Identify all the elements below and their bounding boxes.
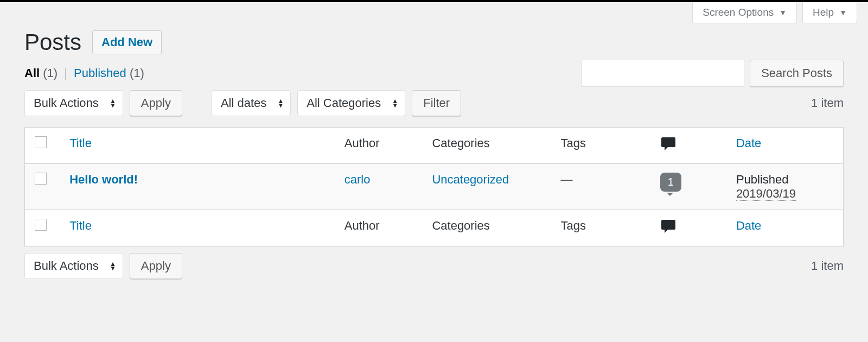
column-author: Author (344, 136, 380, 150)
help-label: Help (813, 7, 834, 18)
items-count: 1 item (811, 96, 844, 110)
column-categories: Categories (432, 136, 489, 150)
date-filter-label: All dates (221, 96, 266, 110)
posts-table: Title Author Categories Tags Date Hello … (24, 127, 844, 246)
select-arrows-icon: ▲▼ (392, 99, 398, 107)
column-tags-footer: Tags (561, 219, 586, 232)
filter-divider: | (64, 66, 67, 80)
caret-down-icon: ▼ (839, 8, 847, 17)
post-author-link[interactable]: carlo (344, 173, 371, 186)
table-row: Hello world! carlo Uncategorized — 1 Pub… (25, 164, 844, 210)
post-category-link[interactable]: Uncategorized (432, 173, 509, 186)
screen-options-label: Screen Options (703, 7, 774, 18)
post-title-link[interactable]: Hello world! (69, 173, 138, 186)
category-filter-label: All Categories (307, 96, 381, 110)
caret-down-icon: ▼ (779, 8, 787, 17)
column-date[interactable]: Date (736, 136, 761, 150)
bulk-actions-label: Bulk Actions (34, 96, 99, 110)
search-input[interactable] (582, 60, 744, 87)
comment-count-bubble[interactable]: 1 (660, 173, 681, 192)
select-arrows-icon: ▲▼ (110, 99, 116, 107)
comments-icon (660, 219, 676, 234)
filter-all-count: (1) (43, 66, 58, 80)
select-all-checkbox-bottom[interactable] (35, 219, 47, 231)
column-author-footer: Author (344, 219, 380, 232)
category-filter-select[interactable]: All Categories ▲▼ (297, 90, 405, 116)
bulk-actions-select[interactable]: Bulk Actions ▲▼ (24, 90, 123, 116)
row-checkbox[interactable] (35, 173, 47, 185)
post-tags: — (561, 173, 573, 186)
column-categories-footer: Categories (432, 219, 489, 232)
filter-all-label: All (24, 66, 40, 80)
column-title[interactable]: Title (69, 136, 92, 150)
post-date: 2019/03/19 (736, 187, 796, 201)
apply-bulk-button[interactable]: Apply (130, 90, 182, 116)
select-arrows-icon: ▲▼ (277, 99, 284, 107)
select-arrows-icon: ▲▼ (110, 262, 116, 270)
column-title-footer[interactable]: Title (69, 219, 92, 232)
screen-options-toggle[interactable]: Screen Options ▼ (692, 2, 797, 23)
select-all-checkbox[interactable] (35, 136, 47, 148)
filter-published-count: (1) (130, 66, 144, 80)
date-filter-select[interactable]: All dates ▲▼ (212, 90, 291, 116)
comments-icon (660, 136, 676, 151)
filter-button[interactable]: Filter (412, 90, 461, 116)
page-title: Posts (24, 29, 81, 55)
column-date-footer[interactable]: Date (736, 219, 761, 232)
filter-published[interactable]: Published (74, 66, 130, 80)
apply-bulk-button-bottom[interactable]: Apply (130, 253, 182, 279)
search-posts-button[interactable]: Search Posts (750, 60, 844, 87)
column-tags: Tags (561, 136, 586, 150)
bulk-actions-label-bottom: Bulk Actions (34, 259, 99, 273)
post-status: Published (736, 173, 833, 187)
items-count-bottom: 1 item (811, 259, 844, 273)
bulk-actions-select-bottom[interactable]: Bulk Actions ▲▼ (24, 253, 123, 279)
add-new-button[interactable]: Add New (92, 30, 162, 54)
filter-published-label: Published (74, 66, 126, 80)
filter-all[interactable]: All (1) (24, 66, 61, 80)
help-toggle[interactable]: Help ▼ (802, 2, 857, 23)
